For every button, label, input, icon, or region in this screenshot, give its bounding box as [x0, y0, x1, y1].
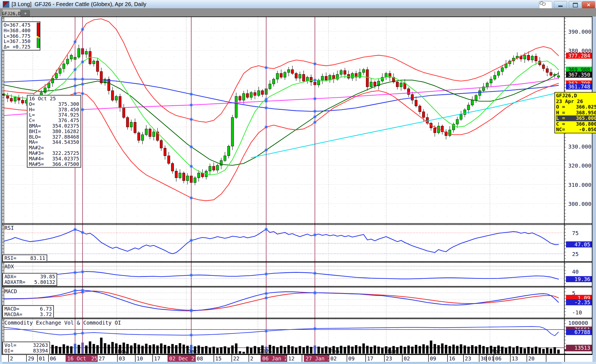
axis-badge-47.05: 47.05 — [566, 241, 592, 247]
adx-info-box-row: ADX=39.85 — [4, 274, 55, 279]
time-axis-cell: 30 — [479, 355, 486, 362]
tooltip-row: MA#5=366.47500 — [29, 161, 79, 167]
yellow-box-row: NC=-0.050 — [556, 127, 596, 133]
tooltip-row: MA=344.54350 — [29, 139, 79, 145]
time-axis-cell: 02 — [402, 355, 428, 362]
month-label-Mar: Mar — [386, 348, 397, 354]
time-axis-cell: 02 Dec 25 — [168, 355, 195, 362]
time-axis-cell: 06 Jan 26 — [261, 355, 287, 362]
quote-box-row: O=367.475 — [4, 22, 38, 28]
tooltip-row: MA#3=322.25725 — [29, 150, 79, 156]
quote-box-row: Δ= +0.725 — [4, 44, 38, 50]
tooltip-row: MA#2= — [29, 145, 79, 150]
tooltip-row: MA#4=354.02375 — [29, 156, 79, 161]
yellow-box-date: 23 Apr 26 — [556, 99, 596, 104]
vol-info-box-row: OI=83394 — [4, 348, 48, 354]
vol-panel-label: Commodity Exchange Vol & Commodity OI — [4, 320, 121, 326]
price-axis-label: 310.000 — [568, 182, 592, 188]
tooltip-row: O=375.300 — [29, 101, 79, 107]
yellow-box-symbol: GFJ26,D — [556, 93, 596, 99]
adx-info-box-row: ADXATR=5.80132 — [4, 279, 55, 285]
rsi-info-box-row: RSI=83.11 — [4, 255, 45, 261]
day-range-bar — [37, 23, 40, 48]
horizontal-scrollbar[interactable] — [2, 362, 562, 364]
time-axis-cell: 27 — [97, 355, 117, 362]
time-axis-cell: 16 — [447, 355, 463, 362]
macd-info-box-row: MACDA=3.72 — [4, 312, 52, 317]
axis-badge-361.748: 361.748 — [566, 83, 592, 90]
adx-info-box: ADX=39.85ADXATR=5.80132 — [2, 273, 57, 286]
tooltip-row: L=374.925 — [29, 112, 79, 118]
time-axis-cell: 17 — [365, 355, 384, 362]
month-label-Dec: Dec — [186, 348, 197, 354]
axis-badge-67788: 67788 — [566, 329, 592, 335]
quote-box-row: H=368.400 — [4, 28, 38, 33]
yellow-box-row: C =366.800 — [556, 121, 596, 127]
price-axis-label: 390.000 — [568, 28, 592, 34]
price-axis-label: 330.000 — [568, 143, 592, 149]
time-axis-cell: 25 — [90, 355, 97, 362]
time-axis-cell: 08 — [195, 355, 214, 362]
axis-badge-377.284: 377.284 — [566, 53, 592, 59]
macd-info-box-row: MACD=6.73 — [4, 306, 52, 312]
time-axis-cell: 23 — [463, 355, 479, 362]
time-axis-cell: 27 Jan 26 — [304, 355, 329, 362]
time-axis-cell: 15 — [214, 355, 231, 362]
month-label-Nov: Nov — [117, 348, 127, 354]
tooltip-row: BMA=354.02375 — [29, 123, 79, 129]
quote-box: O=367.475H=368.400L=366.775L=367.350Δ= +… — [2, 21, 40, 50]
rsi-axis-label: 25 — [572, 251, 596, 257]
time-axis-cell: 02 — [329, 355, 347, 362]
time-axis-cell: 29 — [26, 355, 37, 362]
time-axis-cell: 13 — [510, 355, 527, 362]
macd-axis-label: -10 — [572, 309, 596, 315]
current-bar-quote-box: GFJ26,D23 Apr 26O =366.025H =368.950L =3… — [554, 92, 596, 133]
adx-panel-label: ADX — [4, 263, 14, 269]
time-axis-cell: 01 — [486, 355, 493, 362]
range-bar-graphic — [37, 23, 42, 48]
time-axis-cell — [546, 355, 564, 362]
vol-info-box: Vol=32263OI=83394 — [2, 342, 50, 354]
price-axis-label: 320.000 — [568, 162, 592, 168]
rsi-info-box: RSI=83.11 — [2, 255, 47, 262]
time-axis-cell: 2 — [249, 355, 261, 362]
axis-corner — [564, 354, 592, 362]
tooltip-date: 16 Oct 25 — [29, 96, 79, 101]
tooltip-row: BLO=327.88468 — [29, 134, 79, 140]
quote-box-row: L=366.775 — [4, 33, 38, 39]
month-label-2026: 2026 — [258, 348, 272, 354]
time-axis-cell: 2 — [8, 355, 26, 362]
yellow-box-row: H =368.950 — [556, 110, 596, 116]
macd-info-box: MACD=6.73MACDA=3.72 — [2, 305, 54, 318]
time-axis-cell: 06 — [48, 355, 66, 362]
axis-badge--2.35: -2.35 — [566, 299, 592, 305]
rsi-axis-label: 75 — [572, 230, 596, 236]
time-axis-cell: 03 — [117, 355, 135, 362]
yellow-box-row: L =365.000 — [556, 115, 596, 121]
time-axis: 229010616 Oct 25252703101702 Dec 2508152… — [2, 354, 564, 362]
chart-canvas[interactable] — [0, 0, 596, 364]
vol-info-box-row: Vol=32263 — [4, 343, 48, 348]
time-axis-cell: 09 — [347, 355, 365, 362]
time-axis-cell: 16 Oct 25 — [66, 355, 90, 362]
time-axis-cell: 10 — [135, 355, 152, 362]
time-axis-cell: 01 — [37, 355, 48, 362]
adx-axis-label: 40 — [572, 268, 596, 274]
axis-badge-13513: 13513 — [566, 345, 592, 351]
axis-badge-367.350: 367.350 — [566, 72, 592, 78]
time-axis-cell: 22 — [231, 355, 249, 362]
time-axis-cell: 06 — [493, 355, 510, 362]
application-window: [3 Long] GFJ26 - Feeder Cattle (Globex),… — [0, 0, 596, 364]
data-tooltip-box: 16 Oct 25O=375.300H=378.450L=374.925C=37… — [27, 95, 81, 168]
time-axis-cell: 23 — [384, 355, 402, 362]
month-label-Feb: Feb — [328, 348, 339, 354]
tooltip-row: C=376.475 — [29, 118, 79, 123]
axis-badge-19.36: 19.36 — [566, 276, 592, 282]
tooltip-row: H=378.450 — [29, 107, 79, 112]
time-axis-cell: 12 — [287, 355, 302, 362]
time-axis-cell: 2 — [302, 355, 304, 362]
time-axis-cell: 17 — [152, 355, 168, 362]
macd-panel-label: MACD — [4, 288, 17, 294]
tooltip-row: BHI=380.16282 — [29, 129, 79, 134]
time-axis-cell: 09 — [428, 355, 447, 362]
